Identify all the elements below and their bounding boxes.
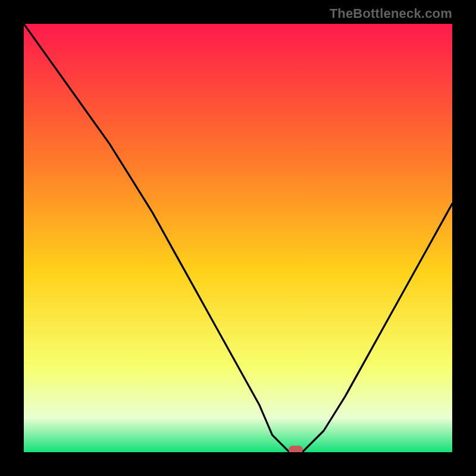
chart-frame: TheBottleneck.com (0, 0, 476, 476)
plot-area (24, 24, 452, 452)
watermark-text: TheBottleneck.com (330, 6, 452, 21)
bottleneck-curve (24, 24, 452, 452)
minimum-marker-icon (289, 446, 303, 452)
